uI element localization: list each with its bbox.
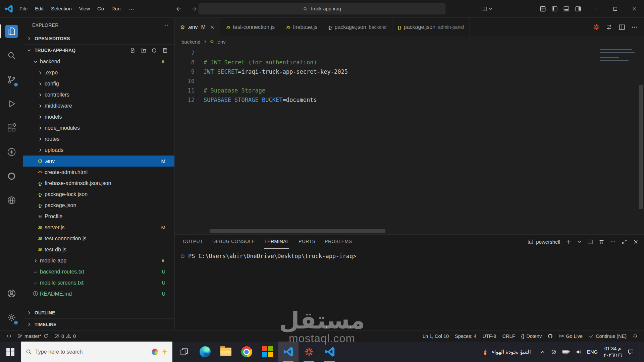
battery-icon[interactable] bbox=[562, 350, 570, 354]
encoding[interactable]: UTF-8 bbox=[480, 330, 499, 342]
tree-item-test-db.js[interactable]: JStest-db.js bbox=[23, 244, 174, 255]
toggle-secondary-sidebar-icon[interactable] bbox=[575, 6, 581, 12]
tree-item-README.md[interactable]: ⓘREADME.mdU bbox=[23, 288, 174, 299]
editor-more-actions-icon[interactable] bbox=[631, 24, 638, 31]
tree-item-mobile-app[interactable]: mobile-app bbox=[23, 255, 174, 266]
forward-arrow-icon[interactable] bbox=[191, 6, 197, 12]
tree-item-models[interactable]: models bbox=[23, 111, 174, 122]
menu-file[interactable]: File bbox=[16, 0, 31, 17]
panel-tab-output[interactable]: OUTPUT bbox=[183, 235, 203, 249]
editor-tab-package.json-admin-panel[interactable]: {}package.jsonadmin-panel bbox=[392, 18, 470, 37]
language-mode[interactable]: {} Dotenv bbox=[518, 330, 545, 342]
timeline-section[interactable]: TIMELINE bbox=[23, 318, 174, 330]
search-highlights-icon[interactable] bbox=[152, 349, 158, 355]
menu-run[interactable]: Run bbox=[108, 0, 124, 17]
compare-changes-icon[interactable] bbox=[606, 24, 612, 31]
back-arrow-icon[interactable] bbox=[176, 6, 182, 12]
collapse-folders-icon[interactable] bbox=[162, 48, 168, 53]
editor-tab-test-connection.js[interactable]: JStest-connection.js bbox=[220, 18, 280, 37]
show-desktop-strip[interactable] bbox=[640, 342, 641, 362]
search-input[interactable] bbox=[35, 349, 148, 355]
editor-tab-.env[interactable]: ⚙.envM bbox=[175, 18, 220, 37]
taskbar-search-box[interactable] bbox=[21, 342, 172, 362]
do-not-disturb-icon[interactable] bbox=[551, 349, 556, 355]
volume-icon[interactable] bbox=[576, 349, 581, 355]
customize-layout-icon[interactable] bbox=[540, 6, 546, 12]
outline-section[interactable]: OUTLINE bbox=[23, 307, 174, 318]
tree-item-server.js[interactable]: JSserver.jsM bbox=[23, 222, 174, 233]
activity-source-control[interactable] bbox=[0, 67, 23, 92]
toggle-panel-icon[interactable] bbox=[563, 6, 570, 12]
taskbar-app-vscode-2[interactable] bbox=[319, 342, 340, 362]
panel-tab-problems[interactable]: PROBLEMS bbox=[325, 235, 352, 249]
close-tab-icon[interactable] bbox=[210, 25, 215, 30]
git-branch-status[interactable]: master* bbox=[14, 330, 51, 342]
tree-item-.expo[interactable]: .expo bbox=[23, 67, 174, 78]
code-editor[interactable]: 78# JWT Secret (for authentication)9JWT_… bbox=[175, 47, 644, 234]
panel-tab-debug-console[interactable]: DEBUG CONSOLE bbox=[212, 235, 255, 249]
minimize-button[interactable] bbox=[587, 0, 606, 17]
activity-account[interactable] bbox=[0, 281, 23, 305]
breadcrumb[interactable]: backend ⚙ .env bbox=[175, 37, 644, 47]
indentation[interactable]: Spaces: 4 bbox=[452, 330, 480, 342]
terminal-shell-selector[interactable]: powershell bbox=[528, 239, 560, 245]
taskbar-app-microsoft[interactable] bbox=[257, 342, 278, 362]
tree-item-.env[interactable]: ⚙.envM bbox=[23, 156, 174, 167]
cursor-position[interactable]: Ln 1, Col 10 bbox=[420, 330, 452, 342]
panel-tab-terminal[interactable]: TERMINAL bbox=[264, 235, 289, 249]
maximize-button[interactable] bbox=[606, 0, 625, 17]
terminal-more-icon[interactable] bbox=[610, 239, 616, 245]
new-terminal-icon[interactable] bbox=[566, 239, 572, 245]
window-layout-dropdown[interactable] bbox=[481, 6, 493, 12]
tree-item-uploads[interactable]: uploads bbox=[23, 144, 174, 156]
extension-starburst-icon[interactable] bbox=[593, 24, 600, 31]
new-file-icon[interactable] bbox=[130, 48, 136, 53]
maximize-panel-icon[interactable] bbox=[622, 239, 627, 245]
tree-item-firebase-adminsdk.json.json[interactable]: {}firebase-adminsdk.json.json bbox=[23, 178, 174, 189]
tree-item-config[interactable]: config bbox=[23, 78, 174, 89]
go-live-button[interactable]: Go Live bbox=[556, 330, 586, 342]
start-button[interactable] bbox=[0, 342, 21, 362]
close-window-button[interactable] bbox=[625, 0, 644, 17]
menu-overflow-button[interactable]: ··· bbox=[124, 6, 140, 12]
editor-tab-package.json-backend[interactable]: {}package.jsonbackend bbox=[323, 18, 392, 37]
tree-item-mobile-screens.txt[interactable]: ≡mobile-screens.txtU bbox=[23, 277, 174, 288]
split-editor-icon[interactable] bbox=[619, 24, 625, 31]
activity-thunder-client[interactable] bbox=[0, 140, 23, 164]
tree-item-package-lock.json[interactable]: {}package-lock.json bbox=[23, 189, 174, 200]
breadcrumb-folder[interactable]: backend bbox=[181, 39, 201, 45]
activity-search[interactable] bbox=[0, 43, 23, 67]
end-of-line[interactable]: CRLF bbox=[499, 330, 518, 342]
open-editors-section[interactable]: OPEN EDITORS bbox=[23, 33, 174, 44]
taskbar-app-file-explorer[interactable] bbox=[215, 342, 236, 362]
taskbar-app-vscode[interactable] bbox=[278, 342, 299, 362]
continue-extension-button[interactable]: Continue (NE) bbox=[586, 330, 630, 342]
editor-tab-firebase.js[interactable]: JSfirebase.js bbox=[280, 18, 323, 37]
tree-item-test-connection.js[interactable]: JStest-connection.js bbox=[23, 233, 174, 244]
activity-settings[interactable] bbox=[0, 305, 23, 329]
explorer-more-actions-icon[interactable] bbox=[163, 22, 168, 28]
toggle-sidebar-icon[interactable] bbox=[551, 6, 558, 12]
breadcrumb-file[interactable]: .env bbox=[216, 39, 225, 45]
menu-view[interactable]: View bbox=[75, 0, 94, 17]
tree-item-package.json[interactable]: {}package.json bbox=[23, 200, 174, 211]
keyboard-language[interactable]: ENG bbox=[587, 349, 598, 355]
activity-globe[interactable] bbox=[0, 188, 23, 212]
taskbar-app-chrome[interactable] bbox=[236, 342, 257, 362]
menu-go[interactable]: Go bbox=[94, 0, 108, 17]
kill-terminal-icon[interactable] bbox=[599, 239, 604, 245]
panel-tab-ports[interactable]: PORTS bbox=[299, 235, 315, 249]
refresh-explorer-icon[interactable] bbox=[151, 48, 157, 53]
tree-item-controllers[interactable]: controllers bbox=[23, 89, 174, 100]
tree-item-middleware[interactable]: middleware bbox=[23, 100, 174, 111]
horizontal-scrollbar-thumb[interactable] bbox=[210, 229, 385, 233]
tree-item-backend[interactable]: backend bbox=[23, 56, 174, 67]
tree-item-Procfile[interactable]: HProcfile bbox=[23, 211, 174, 222]
tree-item-backend-routes.txt[interactable]: ≡backend-routes.txtU bbox=[23, 266, 174, 277]
split-terminal-icon[interactable] bbox=[587, 239, 593, 245]
vertical-scrollbar[interactable] bbox=[639, 47, 643, 234]
scrollbar-thumb[interactable] bbox=[639, 85, 643, 209]
menu-edit[interactable]: Edit bbox=[31, 0, 47, 17]
problems-status[interactable]: 0 0 bbox=[51, 330, 79, 342]
hidden-icons-chevron-icon[interactable] bbox=[540, 349, 545, 355]
